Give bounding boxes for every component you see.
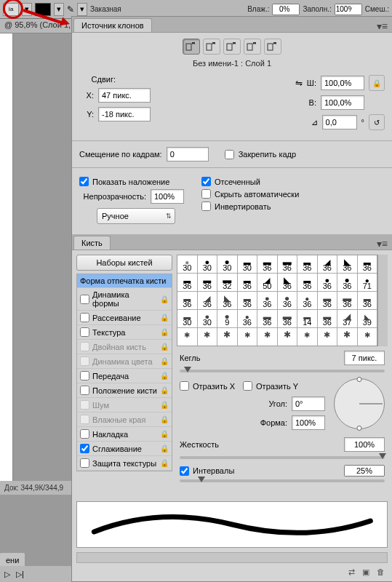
option-checkbox[interactable] xyxy=(80,295,89,304)
dropdown-icon[interactable]: ▾ xyxy=(54,3,64,16)
brush-preset-cell[interactable]: ●36 xyxy=(318,274,337,291)
brush-preset-cell[interactable]: ▬36 xyxy=(318,292,337,309)
brush-preset-cell[interactable]: ●36 xyxy=(257,292,277,309)
brush-preset-cell[interactable]: ●9 xyxy=(217,310,237,327)
clone-slot-4[interactable] xyxy=(244,39,261,55)
lock-frame-checkbox[interactable] xyxy=(225,150,234,159)
x-offset-input[interactable] xyxy=(98,88,151,103)
brush-preset-cell[interactable]: ✱ xyxy=(177,328,197,346)
option-checkbox[interactable] xyxy=(80,386,89,395)
clone-slot-3[interactable] xyxy=(223,39,241,55)
brush-preset-cell[interactable]: ◣36 xyxy=(278,274,297,291)
brush-preset-cell[interactable]: ▬36 xyxy=(358,255,377,273)
size-slider[interactable] xyxy=(180,370,385,372)
brush-preset-cell[interactable]: ▬36 xyxy=(297,274,317,291)
option-checkbox[interactable] xyxy=(80,444,89,453)
brush-option-item[interactable]: Динамика цвета🔒 xyxy=(77,354,172,369)
brush-preset-cell[interactable]: ●30 xyxy=(198,255,217,273)
panel-menu-icon[interactable]: ▾≡ xyxy=(372,20,392,32)
brush-preset-cell[interactable]: ◢36 xyxy=(198,292,217,309)
y-offset-input[interactable] xyxy=(98,107,151,121)
preview-scrollbar[interactable] xyxy=(76,552,388,563)
clipped-checkbox[interactable] xyxy=(201,177,211,186)
brush-option-item[interactable]: Сглаживание🔒 xyxy=(77,442,172,456)
option-checkbox[interactable] xyxy=(80,429,89,439)
clone-slot-2[interactable] xyxy=(203,39,220,55)
brush-option-item[interactable]: Форма отпечатка кисти xyxy=(77,274,172,288)
spacing-slider[interactable] xyxy=(180,479,385,482)
option-checkbox[interactable] xyxy=(80,458,89,468)
brush-preset-cell[interactable]: ●30 xyxy=(217,255,237,273)
brush-preset-cell[interactable]: ▬36 xyxy=(297,255,317,273)
brush-option-item[interactable]: Передача🔒 xyxy=(77,369,172,383)
width-input[interactable] xyxy=(321,76,364,90)
auto-hide-checkbox[interactable] xyxy=(201,189,211,199)
brush-preset-cell[interactable]: ✱ xyxy=(278,328,297,346)
brush-preset-cell[interactable]: ▬36 xyxy=(257,255,277,273)
brush-preset-cell[interactable]: ▬36 xyxy=(177,292,197,309)
brush-preset-cell[interactable]: ▬36 xyxy=(257,310,277,327)
panel-menu-icon[interactable]: ▾≡ xyxy=(372,238,392,250)
brush-preset-cell[interactable]: ▬36 xyxy=(278,310,297,327)
fill-input[interactable] xyxy=(335,4,362,15)
option-checkbox[interactable] xyxy=(80,342,89,351)
brush-preset-cell[interactable]: ▬32 xyxy=(217,274,237,291)
overlay-mode-select[interactable]: Ручное xyxy=(97,208,175,224)
brush-preset-cell[interactable]: ▬30 xyxy=(238,255,257,273)
option-checkbox[interactable] xyxy=(80,400,89,410)
brush-preset-cell[interactable]: ▬14 xyxy=(297,310,317,327)
frame-offset-input[interactable] xyxy=(167,147,209,162)
brush-preset-cell[interactable]: ✱ xyxy=(318,328,337,346)
hardness-input[interactable] xyxy=(344,437,385,452)
brush-preset-grid[interactable]: ●30●30●30▬30▬36▬36▬36◢36◣36▬36▬36▬36▬32▬… xyxy=(177,255,377,346)
lock-aspect-button[interactable]: 🔒 xyxy=(369,75,385,91)
new-preset-icon[interactable]: ▣ xyxy=(362,567,369,577)
brush-preset-cell[interactable]: ◣36 xyxy=(337,255,357,273)
brush-option-item[interactable]: Защита текстуры🔒 xyxy=(77,456,172,471)
option-checkbox[interactable] xyxy=(80,313,89,322)
brush-preset-cell[interactable]: ✱ xyxy=(217,328,237,346)
brush-option-item[interactable]: Шум🔒 xyxy=(77,398,172,412)
brush-option-item[interactable]: Накладка🔒 xyxy=(77,427,172,442)
play-icon[interactable]: ▷ xyxy=(4,570,10,579)
height-input[interactable] xyxy=(321,95,364,110)
brush-preset-cell[interactable]: ●71 xyxy=(358,274,377,291)
brush-preset-cell[interactable]: ✱ xyxy=(337,328,357,346)
option-checkbox[interactable] xyxy=(80,415,89,424)
angle-roundness-widget[interactable] xyxy=(334,378,385,429)
brush-preset-cell[interactable]: ●36 xyxy=(337,274,357,291)
wet-input[interactable] xyxy=(272,4,300,15)
brush-preset-cell[interactable]: ●30 xyxy=(177,255,197,273)
brush-option-item[interactable]: Рассеивание🔒 xyxy=(77,311,172,325)
flip-x-checkbox[interactable] xyxy=(180,381,189,391)
brush-option-item[interactable]: Положение кисти🔒 xyxy=(77,383,172,398)
bottom-panel-tab[interactable]: ени xyxy=(0,553,25,567)
dropdown-icon[interactable]: ▾ xyxy=(77,3,87,16)
brush-angle-input[interactable] xyxy=(292,396,325,411)
roundness-input[interactable] xyxy=(292,415,325,430)
spacing-checkbox[interactable] xyxy=(180,466,189,476)
brush-preset-cell[interactable]: ●36 xyxy=(238,310,257,327)
brush-preset-cell[interactable]: ◣36 xyxy=(217,292,237,309)
option-checkbox[interactable] xyxy=(80,356,89,366)
flip-h-icon[interactable]: ⇋ xyxy=(295,78,303,88)
clone-slot-5[interactable] xyxy=(264,39,281,55)
brush-preset-cell[interactable]: ▬36 xyxy=(318,310,337,327)
brush-preset-cell[interactable]: ▬36 xyxy=(238,274,257,291)
flip-y-checkbox[interactable] xyxy=(243,381,252,391)
brush-preset-cell[interactable]: ▬36 xyxy=(198,274,217,291)
brush-preset-cell[interactable]: ◢50 xyxy=(257,274,277,291)
size-input[interactable] xyxy=(344,351,385,365)
option-checkbox[interactable] xyxy=(80,327,89,337)
brush-option-item[interactable]: Влажные края🔒 xyxy=(77,412,172,427)
invert-checkbox[interactable] xyxy=(201,202,211,211)
clone-slot-1[interactable] xyxy=(183,39,200,55)
brush-preset-cell[interactable]: ●36 xyxy=(297,292,317,309)
brush-preset-cell[interactable]: ✱ xyxy=(257,328,277,346)
brush-option-item[interactable]: Двойная кисть🔒 xyxy=(77,340,172,354)
brush-preset-cell[interactable]: ●36 xyxy=(278,292,297,309)
brush-presets-button[interactable]: Наборы кистей xyxy=(76,255,172,271)
scrollbar[interactable] xyxy=(377,255,388,346)
opacity-input[interactable] xyxy=(151,189,184,204)
clone-source-tab[interactable]: Источник клонов xyxy=(73,18,152,32)
